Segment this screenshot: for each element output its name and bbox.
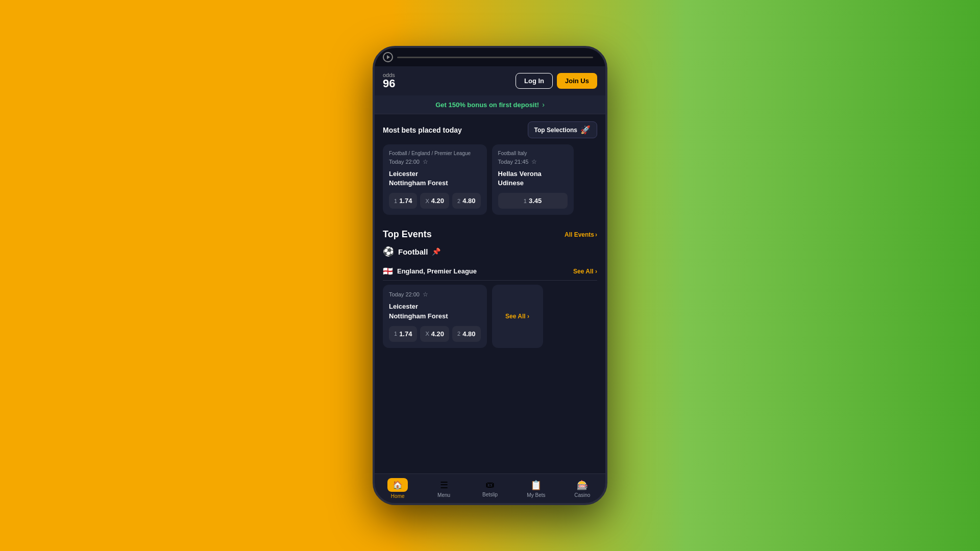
most-bets-header: Most bets placed today Top Selections 🚀 bbox=[383, 121, 597, 138]
home-nav-label: Home bbox=[391, 493, 405, 499]
odd-value-2-1: 3.45 bbox=[529, 197, 542, 205]
most-bets-title: Most bets placed today bbox=[383, 126, 462, 134]
football-emoji-icon: ⚽ bbox=[383, 246, 394, 257]
app-content: odds 96 Log In Join Us Get 150% bonus on… bbox=[375, 66, 605, 473]
app-header: odds 96 Log In Join Us bbox=[375, 66, 605, 95]
event-odd-value-2-1: 4.80 bbox=[462, 330, 475, 338]
menu-nav-icon: ☰ bbox=[440, 480, 448, 491]
see-all-england-link[interactable]: See All › bbox=[573, 268, 597, 275]
odd-value-1: 1.74 bbox=[399, 197, 412, 205]
all-events-link[interactable]: All Events › bbox=[565, 231, 597, 238]
event-odd-btn-1-away[interactable]: 2 4.80 bbox=[452, 326, 480, 342]
rocket-icon: 🚀 bbox=[580, 125, 591, 135]
sport-category-football: ⚽ Football 📌 bbox=[383, 246, 597, 257]
casino-nav-icon: 🎰 bbox=[577, 480, 588, 491]
star-icon-1[interactable]: ☆ bbox=[423, 158, 428, 165]
team2-name-1: Nottingham Forest bbox=[389, 179, 481, 188]
odd-label-2: 2 bbox=[457, 198, 460, 204]
play-icon bbox=[383, 52, 393, 62]
event-match-cards[interactable]: Today 22:00 ☆ Leicester Nottingham Fores… bbox=[383, 285, 597, 347]
bonus-banner[interactable]: Get 150% bonus on first deposit! › bbox=[375, 95, 605, 114]
odds-row-1: 1 1.74 X 4.20 2 4.80 bbox=[389, 193, 481, 209]
star-icon-2[interactable]: ☆ bbox=[531, 158, 537, 165]
match-time-1: Today 22:00 bbox=[389, 159, 420, 165]
match-teams-1: Leicester Nottingham Forest bbox=[389, 169, 481, 188]
pin-icon: 📌 bbox=[432, 247, 440, 256]
nav-item-casino[interactable]: 🎰 Casino bbox=[559, 477, 605, 501]
event-odd-btn-1-home[interactable]: 1 1.74 bbox=[389, 326, 417, 342]
event-odds-row-1: 1 1.74 X 4.20 2 4.80 bbox=[389, 326, 481, 342]
nav-item-menu[interactable]: ☰ Menu bbox=[421, 477, 467, 501]
betslip-nav-icon: 🎟 bbox=[485, 480, 495, 490]
bottom-nav: 🏠 Home ☰ Menu 🎟 Betslip 📋 My Bets 🎰 Casi… bbox=[375, 473, 605, 503]
odd-label-1: 1 bbox=[394, 198, 397, 204]
match-teams-2: Hellas Verona Udinese bbox=[498, 169, 568, 188]
my-bets-nav-label: My Bets bbox=[527, 492, 545, 498]
nav-item-home[interactable]: 🏠 Home bbox=[375, 475, 421, 502]
status-bar bbox=[375, 48, 605, 66]
event-time-row-1: Today 22:00 ☆ bbox=[389, 291, 481, 298]
team1-name-2: Hellas Verona bbox=[498, 169, 568, 179]
event-odd-btn-1-draw[interactable]: X 4.20 bbox=[420, 326, 449, 342]
bottom-spacer bbox=[375, 352, 605, 362]
top-selections-label: Top Selections bbox=[534, 127, 577, 134]
odd-btn-1-away[interactable]: 2 4.80 bbox=[452, 193, 480, 209]
betslip-nav-label: Betslip bbox=[482, 492, 498, 497]
top-events-header: Top Events All Events › bbox=[383, 229, 597, 240]
most-bets-section: Most bets placed today Top Selections 🚀 … bbox=[375, 114, 605, 221]
team2-name-2: Udinese bbox=[498, 179, 568, 188]
team1-name-1: Leicester bbox=[389, 169, 481, 179]
odd-btn-2-home[interactable]: 1 3.45 bbox=[498, 193, 568, 209]
top-selections-button[interactable]: Top Selections 🚀 bbox=[528, 121, 597, 138]
event-odd-label-2-1: 2 bbox=[457, 331, 460, 337]
see-all-card[interactable]: See All › bbox=[492, 285, 543, 347]
odd-btn-1-home[interactable]: 1 1.74 bbox=[389, 193, 417, 209]
match-time-row-1: Today 22:00 ☆ bbox=[389, 158, 481, 165]
match-card-1: Football / England / Premier League Toda… bbox=[383, 144, 487, 215]
all-events-label: All Events bbox=[565, 231, 594, 238]
football-sport-name: Football bbox=[398, 247, 428, 256]
phone-frame: odds 96 Log In Join Us Get 150% bonus on… bbox=[373, 46, 607, 505]
england-flag-icon: 🏴󠁧󠁢󠁥󠁮󠁧󠁿 bbox=[383, 266, 393, 276]
bonus-arrow-icon: › bbox=[542, 101, 545, 109]
event-card-1: Today 22:00 ☆ Leicester Nottingham Fores… bbox=[383, 285, 487, 347]
odds-row-2: 1 3.45 bbox=[498, 193, 568, 209]
nav-item-betslip[interactable]: 🎟 Betslip bbox=[467, 477, 513, 500]
match-card-2: Football Italy Today 21:45 ☆ Hellas Vero… bbox=[492, 144, 574, 215]
odd-label-2-1: 1 bbox=[524, 198, 527, 204]
top-events-section: Top Events All Events › ⚽ Football 📌 🏴󠁧󠁢… bbox=[375, 221, 605, 352]
bonus-text: Get 150% bonus on first deposit! bbox=[435, 101, 539, 109]
event-odd-value-1: 1.74 bbox=[399, 330, 412, 338]
event-star-icon-1[interactable]: ☆ bbox=[423, 291, 428, 298]
logo-number-text: 96 bbox=[383, 78, 395, 89]
event-time-1: Today 22:00 bbox=[389, 291, 420, 297]
odd-btn-1-draw[interactable]: X 4.20 bbox=[420, 193, 449, 209]
all-events-arrow: › bbox=[595, 231, 597, 238]
match-league-1: Football / England / Premier League bbox=[389, 151, 481, 156]
nav-item-my-bets[interactable]: 📋 My Bets bbox=[513, 477, 559, 501]
login-button[interactable]: Log In bbox=[516, 73, 553, 89]
odd-label-x: X bbox=[425, 198, 429, 204]
menu-nav-label: Menu bbox=[437, 492, 450, 498]
event-odd-value-x-1: 4.20 bbox=[431, 330, 444, 338]
england-league-name: England, Premier League bbox=[397, 267, 477, 275]
event-team1-1: Leicester bbox=[389, 302, 481, 311]
most-bets-cards-scroll[interactable]: Football / England / Premier League Toda… bbox=[383, 144, 597, 217]
event-odd-label-1: 1 bbox=[394, 331, 397, 337]
see-all-card-label: See All › bbox=[505, 313, 529, 320]
match-league-2: Football Italy bbox=[498, 151, 568, 156]
event-odd-label-x-1: X bbox=[425, 331, 429, 337]
odd-value-x: 4.20 bbox=[431, 197, 444, 205]
odd-value-2: 4.80 bbox=[462, 197, 475, 205]
my-bets-nav-icon: 📋 bbox=[530, 480, 542, 491]
top-events-title: Top Events bbox=[383, 229, 432, 240]
league-row-england: 🏴󠁧󠁢󠁥󠁮󠁧󠁿 England, Premier League See All … bbox=[383, 262, 597, 281]
home-nav-icon: 🏠 bbox=[387, 478, 408, 492]
match-time-2: Today 21:45 bbox=[498, 159, 529, 165]
join-button[interactable]: Join Us bbox=[557, 73, 597, 89]
match-time-row-2: Today 21:45 ☆ bbox=[498, 158, 568, 165]
event-team2-1: Nottingham Forest bbox=[389, 312, 481, 321]
casino-nav-label: Casino bbox=[574, 492, 590, 498]
logo: odds 96 bbox=[383, 72, 395, 89]
event-teams-1: Leicester Nottingham Forest bbox=[389, 302, 481, 320]
